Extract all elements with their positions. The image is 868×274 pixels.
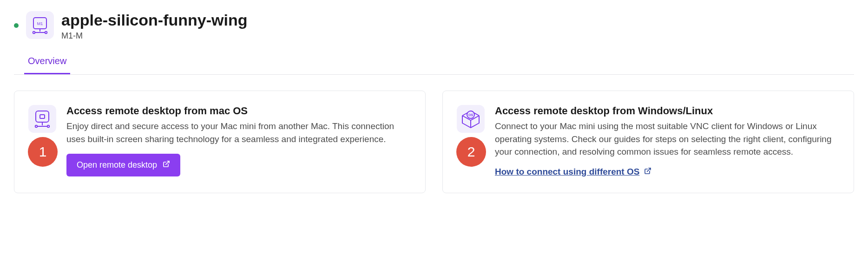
os-box-icon: OS — [457, 105, 485, 133]
card-other-body: Access remote desktop from Windows/Linux… — [495, 105, 840, 177]
how-to-connect-link[interactable]: How to connect using different OS — [495, 167, 651, 177]
svg-text:M1: M1 — [37, 21, 43, 26]
open-remote-desktop-label: Open remote desktop — [77, 160, 157, 170]
external-link-icon — [644, 167, 651, 177]
instance-title: apple-silicon-funny-wing — [61, 11, 247, 29]
how-to-connect-label: How to connect using different OS — [495, 167, 639, 177]
instance-title-block: apple-silicon-funny-wing M1-M — [61, 11, 247, 41]
step-badge-2: 2 — [456, 137, 486, 167]
external-link-icon — [163, 160, 170, 170]
instance-subtitle: M1-M — [61, 31, 247, 41]
card-mac-title: Access remote desktop from mac OS — [66, 105, 411, 117]
svg-point-4 — [33, 32, 35, 33]
cards-row: 1 Access remote desktop from mac OS Enjo… — [14, 91, 854, 193]
svg-point-11 — [47, 125, 49, 127]
instance-type-icon: M1 — [26, 11, 54, 39]
open-remote-desktop-button[interactable]: Open remote desktop — [66, 154, 180, 176]
tab-bar: Overview — [14, 56, 854, 75]
tab-overview[interactable]: Overview — [24, 56, 70, 74]
svg-line-18 — [647, 168, 651, 171]
card-mac-body: Access remote desktop from mac OS Enjoy … — [66, 105, 411, 176]
card-other-desc: Connect to your Mac mini using the most … — [495, 120, 840, 158]
card-other-title: Access remote desktop from Windows/Linux — [495, 105, 840, 117]
instance-header: M1 apple-silicon-funny-wing M1-M — [14, 11, 854, 41]
mac-mini-icon — [28, 105, 56, 133]
status-dot-icon — [14, 23, 19, 28]
card-other-os-access: 2 OS Access remote desktop from Windows/… — [442, 91, 854, 193]
card-mac-desc: Enjoy direct and secure access to your M… — [66, 120, 411, 145]
step-badge-1: 1 — [28, 137, 58, 167]
svg-text:OS: OS — [468, 113, 473, 117]
svg-point-10 — [35, 125, 37, 127]
svg-rect-7 — [40, 115, 45, 118]
svg-rect-6 — [36, 111, 49, 122]
card-mac-access: 1 Access remote desktop from mac OS Enjo… — [14, 91, 426, 193]
svg-point-5 — [45, 32, 47, 33]
svg-line-12 — [166, 161, 169, 164]
